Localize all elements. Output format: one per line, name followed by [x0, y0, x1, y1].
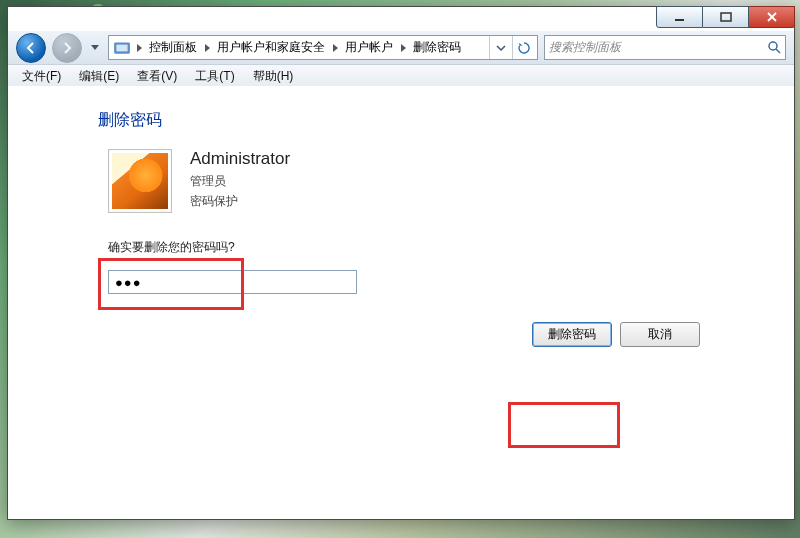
arrow-left-icon	[24, 41, 38, 55]
menu-file[interactable]: 文件(F)	[14, 65, 69, 87]
menu-edit[interactable]: 编辑(E)	[71, 65, 127, 87]
search-icon	[767, 40, 781, 57]
search-placeholder: 搜索控制面板	[549, 39, 621, 56]
user-info-row: Administrator 管理员 密码保护	[108, 149, 794, 213]
button-row: 删除密码 取消	[532, 322, 700, 347]
username-label: Administrator	[190, 149, 290, 169]
breadcrumb-item[interactable]: 用户帐户和家庭安全	[213, 36, 329, 59]
chevron-down-icon	[91, 45, 99, 51]
refresh-icon	[518, 42, 530, 54]
control-panel-icon	[113, 39, 131, 57]
svg-line-5	[776, 49, 780, 53]
navigation-row: 控制面板 用户帐户和家庭安全 用户帐户 删除密码 搜索控制面板	[8, 31, 794, 64]
password-input[interactable]: ●●●	[108, 270, 357, 294]
svg-point-4	[769, 42, 777, 50]
delete-password-button[interactable]: 删除密码	[532, 322, 612, 347]
svg-rect-3	[116, 44, 127, 51]
role-label: 管理员	[190, 171, 290, 191]
menu-help[interactable]: 帮助(H)	[245, 65, 302, 87]
content-pane: 删除密码 Administrator 管理员 密码保护 确实要删除您的密码吗? …	[8, 86, 794, 519]
refresh-button[interactable]	[512, 36, 535, 59]
avatar-image	[112, 153, 168, 209]
menu-view[interactable]: 查看(V)	[129, 65, 185, 87]
close-button[interactable]	[749, 6, 795, 28]
breadcrumb-separator-icon[interactable]	[133, 44, 145, 52]
confirm-question: 确实要删除您的密码吗?	[108, 239, 794, 256]
search-input[interactable]: 搜索控制面板	[544, 35, 786, 60]
breadcrumb-separator-icon[interactable]	[397, 44, 409, 52]
back-button[interactable]	[16, 33, 46, 63]
highlight-box-delete	[508, 402, 620, 448]
nav-history-dropdown[interactable]	[88, 34, 102, 62]
minimize-button[interactable]	[656, 6, 703, 28]
breadcrumb-separator-icon[interactable]	[201, 44, 213, 52]
user-info-text: Administrator 管理员 密码保护	[190, 149, 290, 211]
breadcrumb-item[interactable]: 用户帐户	[341, 36, 397, 59]
svg-rect-0	[675, 19, 684, 21]
maximize-button[interactable]	[703, 6, 749, 28]
breadcrumb[interactable]: 控制面板 用户帐户和家庭安全 用户帐户 删除密码	[108, 35, 538, 60]
breadcrumb-item[interactable]: 删除密码	[409, 36, 465, 59]
svg-rect-1	[721, 13, 731, 21]
password-field-wrapper: ●●●	[108, 270, 378, 294]
breadcrumb-dropdown[interactable]	[489, 36, 512, 59]
menu-tools[interactable]: 工具(T)	[187, 65, 242, 87]
avatar-frame	[108, 149, 172, 213]
caption-buttons	[656, 6, 795, 26]
arrow-right-icon	[60, 41, 74, 55]
breadcrumb-item[interactable]: 控制面板	[145, 36, 201, 59]
cancel-button[interactable]: 取消	[620, 322, 700, 347]
breadcrumb-separator-icon[interactable]	[329, 44, 341, 52]
control-panel-window: 控制面板 用户帐户和家庭安全 用户帐户 删除密码 搜索控制面板 文件(F) 编辑…	[7, 6, 795, 520]
chevron-down-icon	[495, 42, 507, 54]
menu-bar: 文件(F) 编辑(E) 查看(V) 工具(T) 帮助(H)	[8, 64, 794, 88]
page-title: 删除密码	[98, 110, 794, 131]
forward-button[interactable]	[52, 33, 82, 63]
protection-label: 密码保护	[190, 191, 290, 211]
